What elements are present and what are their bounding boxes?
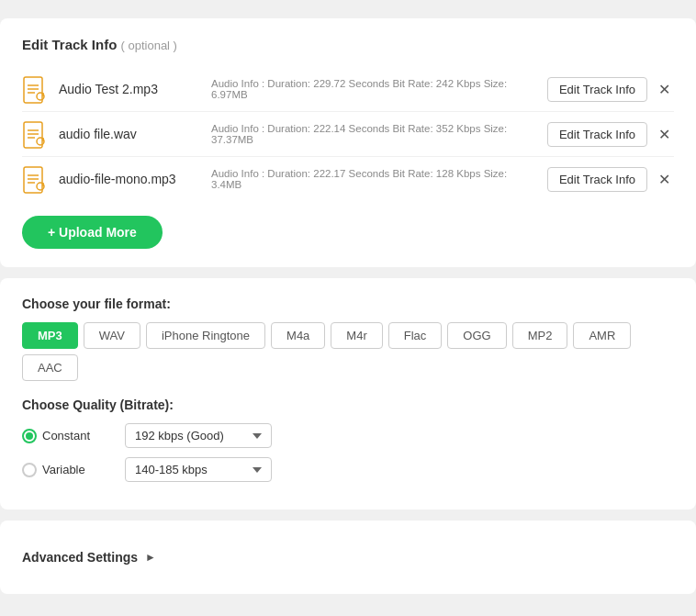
format-quality-section: Choose your file format: MP3WAViPhone Ri…: [0, 278, 696, 510]
remove-file-button[interactable]: ✕: [655, 169, 674, 190]
remove-file-button[interactable]: ✕: [655, 79, 674, 100]
format-tab-m4a[interactable]: M4a: [271, 322, 325, 349]
file-row: audio-file-mono.mp3Audio Info : Duration…: [22, 157, 674, 201]
format-tab-mp3[interactable]: MP3: [22, 322, 78, 349]
radio-dot[interactable]: [22, 463, 37, 477]
audio-file-icon: [22, 76, 48, 102]
file-row: Audio Test 2.mp3Audio Info : Duration: 2…: [22, 67, 674, 112]
remove-file-button[interactable]: ✕: [655, 124, 674, 145]
audio-file-icon: [22, 121, 48, 147]
radio-dot[interactable]: [22, 429, 37, 443]
radio-label: Variable: [42, 463, 85, 476]
format-tab-flac[interactable]: Flac: [388, 322, 443, 349]
file-info: Audio Info : Duration: 222.17 Seconds Bi…: [211, 168, 533, 190]
file-info: Audio Info : Duration: 229.72 Seconds Bi…: [211, 78, 533, 100]
svg-rect-0: [24, 77, 42, 103]
radio-group-constant[interactable]: Constant: [22, 429, 114, 443]
file-name: Audio Test 2.mp3: [59, 82, 196, 96]
format-tab-mp2[interactable]: MP2: [512, 322, 568, 349]
quality-select-constant[interactable]: 128 kbps192 kbps (Good)256 kbps320 kbps: [125, 423, 272, 448]
upload-more-button[interactable]: + Upload More: [22, 216, 163, 249]
format-tab-amr[interactable]: AMR: [573, 322, 631, 349]
file-row: audio file.wavAudio Info : Duration: 222…: [22, 112, 674, 157]
format-tab-m4r[interactable]: M4r: [331, 322, 382, 349]
file-list: Audio Test 2.mp3Audio Info : Duration: 2…: [22, 67, 674, 201]
quality-label: Choose Quality (Bitrate):: [22, 398, 674, 412]
edit-track-title: Edit Track Info ( optional ): [22, 37, 674, 52]
advanced-settings-label: Advanced Settings: [22, 550, 138, 565]
edit-track-button[interactable]: Edit Track Info: [547, 77, 647, 102]
format-tab-aac[interactable]: AAC: [22, 354, 78, 381]
svg-rect-12: [24, 167, 42, 193]
chevron-right-icon: ►: [145, 551, 156, 564]
radio-label: Constant: [42, 429, 90, 442]
optional-label: ( optional ): [121, 39, 177, 52]
file-name: audio file.wav: [59, 127, 196, 141]
format-tab-ogg[interactable]: OGG: [447, 322, 506, 349]
edit-track-button[interactable]: Edit Track Info: [547, 122, 647, 147]
convert-area: Convert: [0, 605, 696, 616]
format-label: Choose your file format:: [22, 297, 674, 311]
audio-file-icon: [22, 166, 48, 192]
file-info: Audio Info : Duration: 222.14 Seconds Bi…: [211, 123, 533, 145]
quality-row: Variable140-185 kbps170-210 kbps220-260 …: [22, 457, 674, 482]
quality-select-variable[interactable]: 140-185 kbps170-210 kbps220-260 kbps: [125, 457, 272, 482]
advanced-settings-section[interactable]: Advanced Settings ►: [0, 521, 696, 594]
quality-row: Constant128 kbps192 kbps (Good)256 kbps3…: [22, 423, 674, 448]
radio-group-variable[interactable]: Variable: [22, 463, 114, 477]
edit-track-button[interactable]: Edit Track Info: [547, 167, 647, 192]
file-name: audio-file-mono.mp3: [59, 172, 196, 186]
quality-options: Constant128 kbps192 kbps (Good)256 kbps3…: [22, 423, 674, 482]
format-tab-wav[interactable]: WAV: [84, 322, 140, 349]
format-tabs: MP3WAViPhone RingtoneM4aM4rFlacOGGMP2AMR…: [22, 322, 674, 381]
svg-rect-6: [24, 122, 42, 148]
edit-track-section: Edit Track Info ( optional ) Audio Test …: [0, 18, 696, 267]
format-tab-iphone-ringtone[interactable]: iPhone Ringtone: [146, 322, 265, 349]
